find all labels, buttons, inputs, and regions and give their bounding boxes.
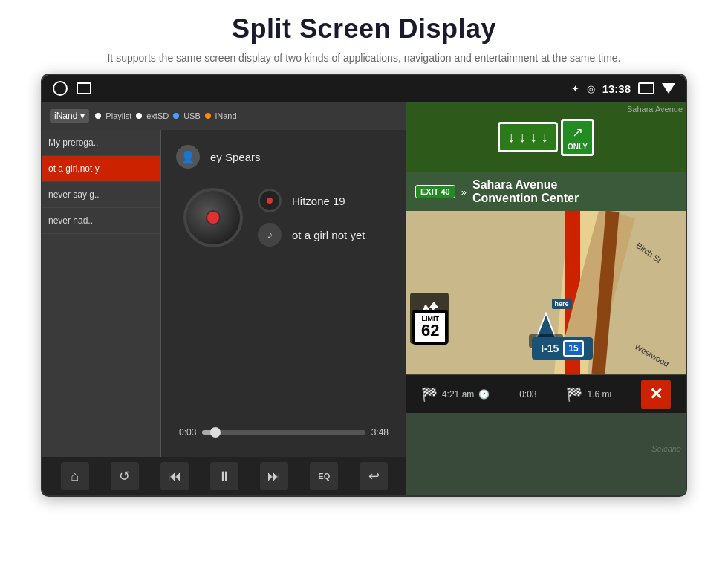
artist-icon: 👤 — [176, 145, 200, 169]
source-dropdown[interactable]: iNand ▾ — [50, 109, 89, 123]
playlist-dot-icon — [95, 113, 101, 119]
navigation-panel: ↓ ↓ ↓ ↓ ↗ ONLY Sahara Avenue EXIT 4 — [406, 102, 686, 495]
street-name-top: Sahara Avenue — [627, 105, 683, 114]
status-right: ✦ ◎ 13:38 — [571, 82, 675, 95]
track-name: ot a girl not yet — [292, 229, 365, 241]
speed-value: 62 — [421, 322, 439, 339]
album-area: Hitzone 19 ♪ ot a girl not yet — [176, 188, 391, 247]
list-item[interactable]: My preroga.. — [42, 130, 160, 156]
arrow-down-icon-3: ↓ — [530, 129, 537, 146]
inand-option[interactable]: iNand — [215, 111, 237, 120]
music-player-panel: iNand ▾ Playlist extSD USB iNand — [42, 102, 406, 495]
elapsed-value: 0:03 — [519, 389, 536, 400]
arrow-down-icon-4: ↓ — [541, 129, 548, 146]
only-sign: ↗ ONLY — [561, 119, 594, 156]
route-marker: I-15 15 — [532, 337, 592, 360]
time-total: 3:48 — [371, 427, 389, 438]
source-options: Playlist extSD USB iNand — [95, 111, 236, 120]
repeat-button[interactable]: ↺ — [111, 462, 139, 490]
inand-dot-icon — [205, 113, 211, 119]
progress-section: 0:03 3:48 — [169, 427, 399, 442]
highway-sign: ↓ ↓ ↓ ↓ — [498, 122, 558, 152]
image-icon — [77, 82, 91, 94]
progress-bar[interactable] — [202, 430, 365, 435]
highway-signs: ↓ ↓ ↓ ↓ ↗ ONLY Sahara Avenue — [406, 102, 686, 172]
screen-icon — [638, 82, 654, 94]
direction-sign: EXIT 40 » Sahara Avenue Convention Cente… — [406, 172, 686, 211]
route-shield: 15 — [563, 340, 583, 357]
back-button[interactable]: ↩ — [360, 462, 388, 490]
pause-button[interactable]: ⏸ — [210, 462, 238, 490]
music-note-icon: ♪ — [258, 223, 282, 247]
prev-button[interactable]: ⏮ — [160, 462, 189, 490]
clock-icon: 🕐 — [478, 389, 490, 400]
destination-name: Convention Center — [472, 192, 579, 205]
exit-badge: EXIT 40 — [415, 185, 455, 198]
route-label: I-15 — [541, 342, 559, 354]
eta-value: 4:21 am — [442, 389, 474, 400]
artist-row: 👤 ey Spears — [176, 145, 391, 169]
watermark: Seicane — [647, 443, 686, 455]
device-frame: ✦ ◎ 13:38 iNand ▾ Playlist extSD — [41, 74, 687, 497]
map-area: Birch St Westwood 500 ft — [406, 211, 686, 374]
remaining-item: 🏁 1.6 mi — [566, 386, 611, 403]
artist-name: ey Spears — [210, 151, 261, 163]
list-item[interactable]: never had.. — [42, 208, 160, 234]
usb-dot-icon — [173, 113, 179, 119]
street-name: Sahara Avenue — [472, 178, 579, 192]
eq-button[interactable]: EQ — [310, 462, 338, 490]
flag-end-icon: 🏁 — [566, 386, 582, 403]
album-art — [183, 188, 243, 247]
remaining-value: 1.6 mi — [587, 389, 611, 400]
close-nav-button[interactable]: ✕ — [641, 380, 671, 409]
page-subtitle: It supports the same screen display of t… — [0, 51, 728, 66]
vinyl-icon — [258, 189, 282, 212]
only-label: ONLY — [568, 143, 588, 151]
circle-icon — [53, 81, 68, 96]
eta-item: 🏁 4:21 am 🕐 — [421, 386, 490, 403]
time-current: 0:03 — [179, 427, 196, 438]
controls-bar: ⌂ ↺ ⏮ ⏸ ⏭ EQ ↩ — [42, 457, 406, 495]
progress-thumb — [210, 427, 221, 438]
nav-map: ↓ ↓ ↓ ↓ ↗ ONLY Sahara Avenue EXIT 4 — [406, 102, 686, 495]
album-row: Hitzone 19 — [258, 189, 365, 212]
progress-bar-container: 0:03 3:48 — [179, 427, 389, 438]
next-button[interactable]: ⏭ — [260, 462, 288, 490]
playlist-list: My preroga.. ot a girl,not y never say g… — [42, 130, 161, 457]
track-info: 👤 ey Spears Hitzone 19 — [169, 145, 399, 255]
flag-start-icon: 🏁 — [421, 386, 438, 403]
chevron-right-icon: » — [461, 186, 467, 198]
player-center: 👤 ey Spears Hitzone 19 — [161, 130, 406, 457]
list-item[interactable]: never say g.. — [42, 182, 160, 208]
list-item[interactable]: ot a girl,not y — [42, 156, 160, 182]
extsd-dot-icon — [136, 113, 142, 119]
status-time: 13:38 — [602, 82, 631, 95]
birch-st-label: Birch St — [635, 241, 663, 264]
page-title: Split Screen Display — [0, 13, 728, 45]
page-header: Split Screen Display It supports the sam… — [0, 0, 728, 74]
nav-bottom-bar: 🏁 4:21 am 🕐 0:03 🏁 1.6 mi ✕ — [406, 374, 686, 413]
dropdown-arrow-icon: ▾ — [80, 111, 85, 121]
home-button[interactable]: ⌂ — [61, 462, 89, 490]
extsd-option[interactable]: extSD — [146, 111, 169, 120]
playlist-area: My preroga.. ot a girl,not y never say g… — [42, 130, 406, 457]
status-left — [53, 81, 91, 96]
arrow-down-icon: ↓ — [507, 129, 515, 146]
elapsed-item: 0:03 — [519, 389, 536, 400]
back-icon — [662, 83, 675, 94]
westwood-label: Westwood — [633, 342, 670, 368]
main-content: iNand ▾ Playlist extSD USB iNand — [42, 102, 686, 495]
direction-text-block: Sahara Avenue Convention Center — [472, 178, 579, 205]
status-bar: ✦ ◎ 13:38 — [42, 75, 686, 102]
location-icon: ◎ — [587, 83, 595, 94]
bluetooth-icon: ✦ — [571, 83, 579, 94]
usb-option[interactable]: USB — [183, 111, 201, 120]
arrow-up-right-icon: ↗ — [572, 124, 583, 140]
speed-sign: LIMIT 62 — [412, 310, 448, 345]
here-logo: here — [552, 299, 572, 309]
album-name: Hitzone 19 — [292, 195, 345, 207]
arrow-down-icon-2: ↓ — [519, 129, 526, 146]
svg-marker-0 — [429, 302, 438, 308]
source-label: iNand — [54, 111, 77, 121]
playlist-option[interactable]: Playlist — [105, 111, 131, 120]
